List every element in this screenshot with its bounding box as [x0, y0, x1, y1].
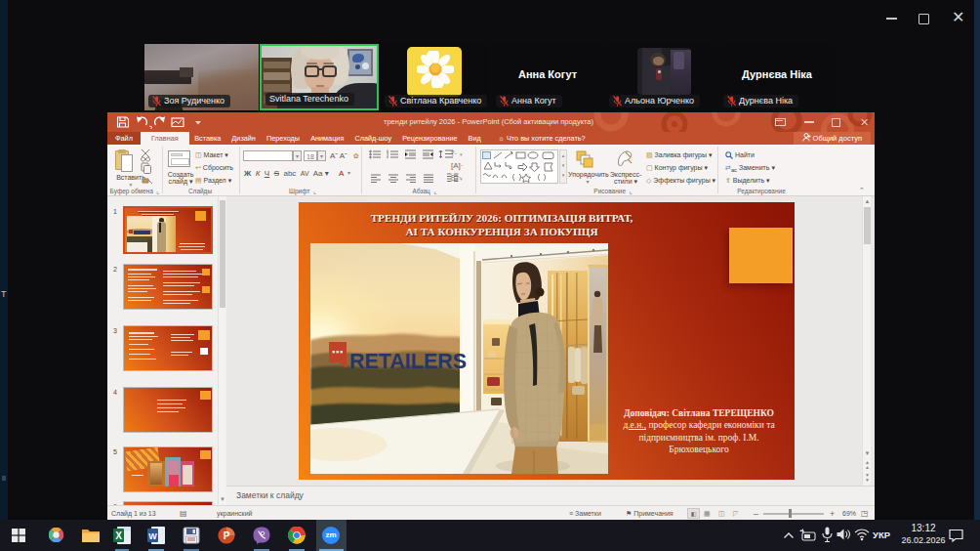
svg-text:P: P	[224, 530, 230, 541]
svg-text:RETAILERS: RETAILERS	[349, 349, 467, 373]
svg-text:W: W	[148, 531, 157, 541]
svg-text:▾: ▾	[460, 151, 463, 157]
svg-text:X: X	[115, 530, 122, 541]
